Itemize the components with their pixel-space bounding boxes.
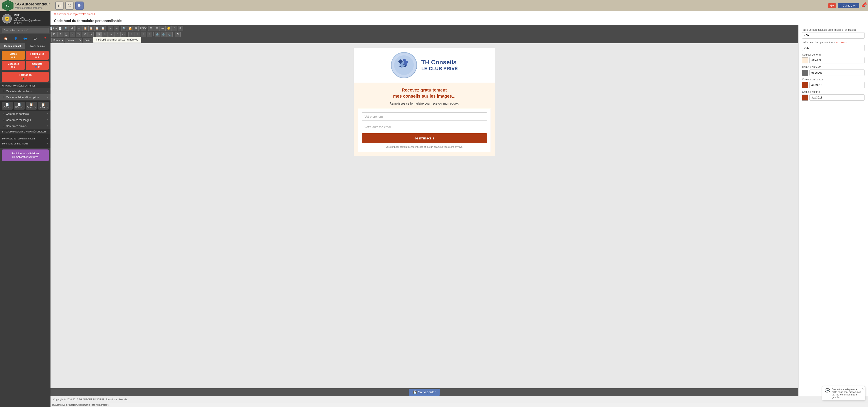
gerer-button[interactable]: 📄 Gérer ⚙ (14, 102, 25, 110)
nav-listes-button[interactable]: Listes ☰ ⚙ (2, 51, 25, 60)
bg-color-swatch[interactable] (802, 57, 808, 63)
sidebar-item-formulaires[interactable]: ℹ Mes formulaires d'inscription ↗ (0, 94, 51, 100)
search-input[interactable] (2, 28, 49, 33)
source-button[interactable]: 📄 Source (51, 26, 57, 31)
replace-button[interactable]: 🔁 (127, 26, 133, 31)
formation-button[interactable]: Formation 🎓 ❗ (2, 72, 49, 82)
form-email-input[interactable] (362, 123, 487, 131)
redo-button[interactable]: ↪ (114, 26, 119, 31)
link-button[interactable]: 🔗 (155, 32, 160, 37)
anchor-button[interactable]: ⚓ (167, 32, 173, 37)
flag-button[interactable]: ⚑ (175, 32, 181, 37)
superscript-button[interactable]: x² (82, 32, 88, 37)
gplus-button[interactable]: G+ (828, 3, 836, 8)
special-char-button[interactable]: Ω (172, 26, 177, 31)
text-color-input[interactable] (809, 69, 865, 76)
spellcheck-button[interactable]: ABC✓ (141, 26, 146, 31)
btn-color-swatch[interactable] (802, 82, 808, 88)
bold-button[interactable]: B (51, 32, 57, 37)
sidebar-item-envois[interactable]: ℹ Gérer mes envois ↗ (0, 123, 51, 129)
editor-pane: 📄 Source 📄 🔍 🖨 ✂ 📋 📋 📋 📋 ↩ (51, 25, 798, 396)
hline-button[interactable]: — (160, 26, 166, 31)
sidebar-item-listes[interactable]: ℹ Mes listes de contacts ↗ (0, 88, 51, 94)
image-button[interactable]: 🖼 (148, 26, 154, 31)
align-center-button[interactable]: ≡ (134, 32, 140, 37)
chat-close-button[interactable]: ✕ (862, 387, 864, 390)
smiley-button[interactable]: 😊 (166, 26, 172, 31)
paste-button[interactable]: 📋 (88, 26, 94, 31)
footer-copyright: Copyright © 2010-2017 SG AUTORÉPONDEUR. … (53, 398, 128, 401)
menu-compact-button[interactable]: Menu compact (0, 43, 25, 49)
table-button[interactable]: ⊞ (154, 26, 160, 31)
unlink-button[interactable]: 🔗 (161, 32, 166, 37)
nav-messages-button[interactable]: Messages ✉ ⚙ (2, 61, 25, 70)
preview-button[interactable]: 🔍 (63, 26, 69, 31)
new-page-button[interactable]: 📄 (57, 26, 63, 31)
jaime-button[interactable]: ✓ J'aime 1.0 K (838, 3, 859, 8)
format-select[interactable]: Format (65, 38, 82, 42)
popup-button[interactable]: 📋 Popup ⚙ (26, 102, 37, 110)
contacts-label: Contacts (32, 62, 42, 65)
strike-button[interactable]: S (70, 32, 75, 37)
paste-text-button[interactable]: 📋 (94, 26, 100, 31)
menu-complet-button[interactable]: Menu complet (25, 43, 51, 49)
align-right-button[interactable]: ≡ (141, 32, 146, 37)
person-icon[interactable]: 👤 (12, 35, 19, 41)
undo-button[interactable]: ↩ (108, 26, 114, 31)
bg-color-input[interactable] (809, 57, 865, 63)
iframe-button[interactable]: ⊡ (178, 26, 183, 31)
nav-contacts-button[interactable]: Contacts 👤 ⚙ (26, 61, 49, 70)
select-all-button[interactable]: ⊞ (133, 26, 138, 31)
blockquote-button[interactable]: " (114, 32, 120, 37)
find-button[interactable]: 🔍 (121, 26, 127, 31)
copy-button[interactable]: 📋 (83, 26, 88, 31)
subscript-button[interactable]: x₂ (76, 32, 82, 37)
participer-box[interactable]: Participer aux décisions d'améliorations… (2, 149, 49, 161)
toolbar-row-1: 📄 Source 📄 🔍 🖨 ✂ 📋 📋 📋 📋 ↩ (51, 26, 797, 32)
question-icon[interactable]: ❓ (42, 35, 48, 41)
form-submit-button[interactable]: Je m'inscris (362, 133, 487, 143)
delete-button[interactable]: 🗑 (55, 2, 64, 10)
help-button[interactable]: ? (65, 2, 73, 10)
paste-word-button[interactable]: 📋 (100, 26, 106, 31)
remove-format-button[interactable]: Tx (88, 32, 94, 37)
underline-button[interactable]: U (64, 32, 69, 37)
sidebar-item-solde[interactable]: Mon solde et mes filleuls ↗ (2, 141, 48, 146)
expand-solde: ↗ (46, 142, 48, 145)
title-color-swatch[interactable] (802, 94, 808, 101)
tooltip-popup: Insérer/Supprimer la liste numérotée (93, 37, 141, 43)
ul-button[interactable]: ≡• (102, 32, 108, 37)
nav-formulaires-button[interactable]: Formulaires ☰ ⚙ (26, 51, 49, 60)
sidebar-item-contacts[interactable]: ℹ Gérer mes contacts ↗ (0, 111, 51, 117)
align-left-button[interactable]: ≡ (128, 32, 134, 37)
print-button[interactable]: 🖨 (69, 26, 75, 31)
toolbar-row-2: B I U S x₂ x² Tx ≡# ≡• ⇥ " ▭ ≡ (51, 32, 797, 37)
breadcrumb-link[interactable]: Cliquez ici pour copier votre embed (54, 12, 95, 16)
notification-bell[interactable]: 📣 10 (861, 3, 866, 8)
messages-label: Messages (8, 62, 19, 65)
sidebar-item-outils[interactable]: Mes outils de recommandation ↗ (2, 136, 48, 141)
fields-size-input[interactable] (802, 45, 865, 51)
sep6 (95, 32, 95, 36)
group-icon[interactable]: 👥 (22, 35, 28, 41)
div-button[interactable]: ▭ (120, 32, 126, 37)
styles-select[interactable]: Styles (51, 38, 64, 42)
creer-button[interactable]: 📄 Créer + (2, 102, 12, 110)
indent-button[interactable]: ⇥ (108, 32, 114, 37)
editor-content[interactable]: TH Conseils LE CLUB PRIVÉ Recevez gratui… (51, 43, 798, 388)
form-width-input[interactable] (802, 32, 865, 38)
btn-color-input[interactable] (809, 82, 865, 88)
italic-button[interactable]: I (58, 32, 63, 37)
power-icon[interactable]: ⏻ (32, 35, 38, 41)
form-prenom-input[interactable] (362, 112, 487, 121)
save-button[interactable]: 💾 Sauvegarder (409, 389, 440, 396)
text-color-swatch[interactable] (802, 70, 808, 76)
cut-button[interactable]: ✂ (76, 26, 82, 31)
home-icon[interactable]: 🏠 (3, 35, 9, 41)
title-color-input[interactable] (809, 94, 865, 101)
add-person-button[interactable] (75, 2, 84, 10)
align-justify-button[interactable]: ≡ (147, 32, 152, 37)
helbar-button[interactable]: 📋 HelBar ↗ (38, 102, 49, 110)
sidebar-item-messages[interactable]: ℹ Gérer mes messages ↗ (0, 117, 51, 123)
ol-button[interactable]: ≡# (96, 32, 102, 37)
